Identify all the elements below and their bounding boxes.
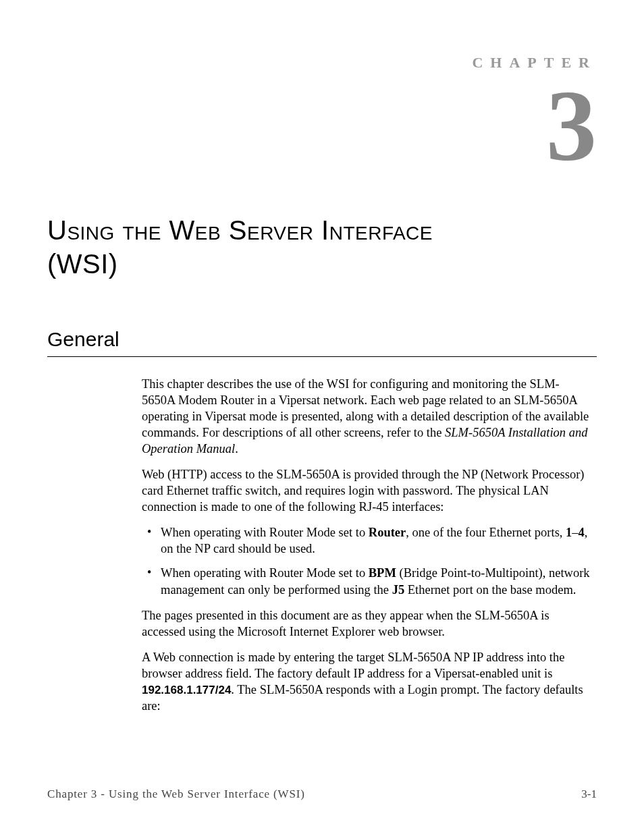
b1-bold1: Router	[369, 526, 406, 539]
b1-prefix: When operating with Router Mode set to	[161, 526, 369, 539]
chapter-title-line-2: (WSI)	[47, 249, 118, 279]
chapter-title: Using the Web Server Interface (WSI)	[47, 213, 597, 281]
paragraph-1: This chapter describes the use of the WS…	[142, 376, 590, 457]
b2-bold1: BPM	[369, 566, 396, 580]
b1-bold3: 4	[579, 526, 585, 539]
footer-right-page-number: 3-1	[581, 788, 597, 801]
bullet-item-1: When operating with Router Mode set to R…	[142, 524, 590, 557]
paragraph-2: Web (HTTP) access to the SLM-5650A is pr…	[142, 466, 590, 515]
b1-mid1: , one of the four Ethernet ports,	[406, 526, 566, 539]
chapter-number: 3	[47, 75, 597, 176]
page-footer: Chapter 3 - Using the Web Server Interfa…	[47, 788, 597, 801]
chapter-title-line-1: Using the Web Server Interface	[47, 215, 433, 245]
p4-prefix: A Web connection is made by entering the…	[142, 651, 564, 680]
paragraph-3: The pages presented in this document are…	[142, 607, 590, 640]
bullet-list: When operating with Router Mode set to R…	[142, 524, 590, 597]
bullet-item-2: When operating with Router Mode set to B…	[142, 565, 590, 597]
p4-bold-ip: 192.168.1.177/24	[142, 684, 231, 696]
b2-bold2: J5	[392, 583, 405, 597]
b2-prefix: When operating with Router Mode set to	[161, 566, 369, 580]
paragraph-4: A Web connection is made by entering the…	[142, 649, 590, 714]
b1-dash: –	[572, 526, 578, 539]
b2-suffix: Ethernet port on the base modem.	[404, 583, 576, 597]
section-heading-general: General	[47, 328, 597, 357]
body-content: This chapter describes the use of the WS…	[142, 376, 590, 714]
chapter-label: CHAPTER	[47, 54, 597, 72]
footer-left: Chapter 3 - Using the Web Server Interfa…	[47, 788, 305, 801]
b1-bold2: 1	[566, 526, 572, 539]
p1-suffix: .	[235, 442, 238, 456]
